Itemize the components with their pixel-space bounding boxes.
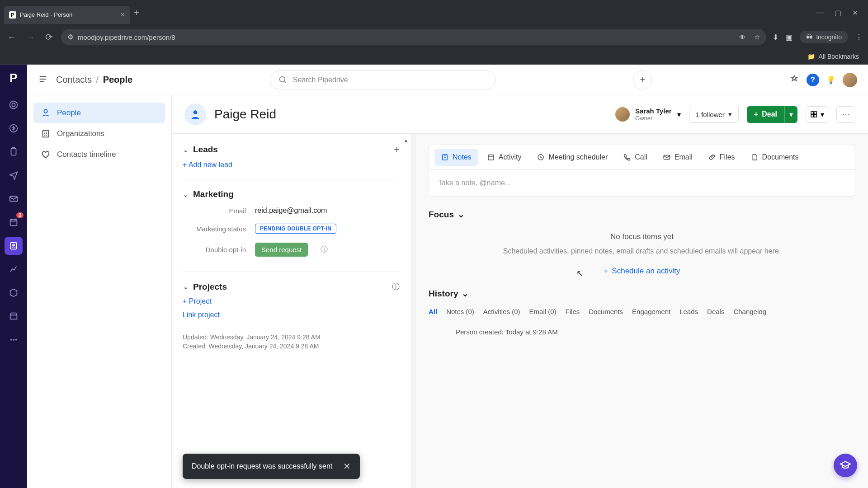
app-logo[interactable]: P bbox=[9, 71, 17, 85]
detail-panel: Paige Reid Sarah Tyler Owner ▾ 1 followe… bbox=[172, 95, 868, 488]
global-add-button[interactable]: + bbox=[633, 70, 652, 89]
forward-icon: → bbox=[24, 30, 37, 44]
schedule-activity-link[interactable]: + Schedule an activity bbox=[429, 267, 855, 276]
education-fab[interactable] bbox=[834, 454, 857, 477]
filter-activities[interactable]: Activities (0) bbox=[483, 308, 520, 315]
chevron-down-icon: ⌄ bbox=[462, 288, 469, 299]
nav-people[interactable]: People bbox=[33, 103, 165, 123]
breadcrumb-parent[interactable]: Contacts bbox=[56, 75, 92, 84]
svg-point-12 bbox=[44, 110, 47, 113]
focus-toggle[interactable]: Focus ⌄ bbox=[429, 209, 855, 220]
tab-meeting[interactable]: Meeting scheduler bbox=[530, 149, 614, 166]
close-window-icon[interactable]: ✕ bbox=[852, 9, 858, 17]
add-deal-button[interactable]: + Deal bbox=[747, 106, 785, 123]
filter-all[interactable]: All bbox=[429, 308, 437, 315]
tab-activity[interactable]: Activity bbox=[481, 149, 528, 166]
info-icon[interactable]: ⓘ bbox=[321, 245, 328, 254]
chevron-down-icon[interactable]: ⌄ bbox=[183, 282, 189, 291]
toast-message: Double opt-in request was successfully s… bbox=[192, 462, 332, 470]
note-input[interactable]: Take a note, @name... bbox=[429, 170, 855, 197]
add-lead-link[interactable]: + Add new lead bbox=[183, 161, 400, 169]
tab-notes[interactable]: Notes bbox=[434, 149, 478, 166]
tab-documents[interactable]: Documents bbox=[744, 149, 805, 166]
filter-deals[interactable]: Deals bbox=[707, 308, 724, 315]
more-apps-icon[interactable] bbox=[5, 331, 23, 349]
chevron-down-icon[interactable]: ⌄ bbox=[183, 190, 189, 199]
scroll-up-icon[interactable]: ▲ bbox=[403, 137, 409, 144]
new-tab-button[interactable]: + bbox=[130, 4, 143, 22]
all-bookmarks[interactable]: All Bookmarks bbox=[819, 53, 859, 60]
svg-point-1 bbox=[12, 103, 15, 106]
nav-organizations[interactable]: Organizations bbox=[33, 123, 165, 144]
minimize-icon[interactable]: — bbox=[816, 9, 824, 17]
deal-dropdown[interactable]: ▾ bbox=[785, 106, 797, 123]
campaign-icon[interactable] bbox=[5, 166, 23, 184]
person-avatar[interactable] bbox=[184, 103, 206, 125]
send-request-button[interactable]: Send request bbox=[255, 243, 308, 257]
plus-icon: + bbox=[604, 267, 608, 276]
svg-point-0 bbox=[10, 101, 18, 109]
menu-toggle-icon[interactable] bbox=[38, 74, 48, 86]
insights-icon[interactable] bbox=[5, 260, 23, 278]
download-icon[interactable]: ⬇ bbox=[773, 33, 778, 42]
marketplace-icon[interactable] bbox=[5, 307, 23, 325]
toast-close-icon[interactable]: ✕ bbox=[343, 461, 351, 472]
bookmark-star-icon[interactable]: ☆ bbox=[754, 33, 760, 41]
panel-icon[interactable]: ▣ bbox=[786, 33, 793, 42]
link-project-link[interactable]: Link project bbox=[183, 311, 400, 319]
lightbulb-icon[interactable]: 💡 bbox=[826, 75, 835, 84]
nav-timeline[interactable]: Contacts timeline bbox=[33, 144, 165, 165]
incognito-badge[interactable]: 🕶 Incognito bbox=[800, 31, 848, 43]
filter-notes[interactable]: Notes (0) bbox=[446, 308, 474, 315]
add-lead-icon[interactable]: + bbox=[394, 144, 400, 155]
clipboard-icon[interactable] bbox=[5, 143, 23, 161]
projects-section: ⌄ Projects ⓘ + Project Link project Upda… bbox=[183, 272, 400, 361]
history-toggle[interactable]: History ⌄ bbox=[429, 288, 855, 299]
apps-icon[interactable] bbox=[789, 74, 799, 86]
search-input[interactable]: Search Pipedrive bbox=[270, 70, 496, 89]
close-tab-icon[interactable]: × bbox=[121, 11, 125, 19]
contacts-icon[interactable] bbox=[5, 237, 23, 255]
filter-email[interactable]: Email (0) bbox=[529, 308, 557, 315]
more-actions-button[interactable]: ⋯ bbox=[836, 106, 855, 123]
incognito-label: Incognito bbox=[816, 33, 842, 41]
money-icon[interactable] bbox=[5, 119, 23, 137]
follower-button[interactable]: 1 follower ▾ bbox=[689, 106, 739, 123]
email-value[interactable]: reid.paige@gmail.com bbox=[255, 206, 327, 215]
view-layout-button[interactable]: ▾ bbox=[806, 106, 828, 123]
user-avatar[interactable] bbox=[843, 73, 857, 87]
tab-email[interactable]: Email bbox=[656, 149, 699, 166]
target-icon[interactable] bbox=[5, 96, 23, 114]
url-bar[interactable]: ⚙ moodjoy.pipedrive.com/person/8 👁 ☆ bbox=[61, 29, 766, 45]
optin-label: Double opt-in bbox=[183, 246, 246, 253]
filter-documents[interactable]: Documents bbox=[589, 308, 623, 315]
owner-selector[interactable]: Sarah Tyler Owner ▾ bbox=[615, 107, 681, 122]
browser-menu-icon[interactable]: ⋮ bbox=[855, 33, 863, 42]
chevron-down-icon: ⌄ bbox=[458, 209, 465, 220]
left-nav: People Organizations Contacts timeline bbox=[27, 95, 172, 488]
filter-changelog[interactable]: Changelog bbox=[733, 308, 766, 315]
browser-tab[interactable]: P Paige Reid - Person × bbox=[4, 6, 130, 24]
chevron-down-icon[interactable]: ⌄ bbox=[183, 145, 189, 154]
products-icon[interactable] bbox=[5, 284, 23, 302]
filter-leads[interactable]: Leads bbox=[679, 308, 698, 315]
filter-engagement[interactable]: Engagement bbox=[632, 308, 670, 315]
filter-files[interactable]: Files bbox=[566, 308, 580, 315]
chevron-down-icon: ▾ bbox=[728, 110, 732, 118]
app-container: P 2 Contacts / People Search Pipedrive + bbox=[0, 65, 868, 488]
add-project-link[interactable]: + Project bbox=[183, 297, 400, 305]
site-settings-icon[interactable]: ⚙ bbox=[67, 33, 73, 41]
tab-files[interactable]: Files bbox=[702, 149, 741, 166]
maximize-icon[interactable]: ▢ bbox=[835, 9, 841, 17]
reload-icon[interactable]: ⟳ bbox=[43, 30, 55, 44]
mail-icon[interactable] bbox=[5, 190, 23, 208]
projects-info-icon[interactable]: ⓘ bbox=[392, 282, 400, 292]
calendar-icon[interactable]: 2 bbox=[5, 213, 23, 231]
help-button[interactable]: ? bbox=[807, 74, 819, 86]
tab-call[interactable]: Call bbox=[617, 149, 654, 166]
mail-icon bbox=[663, 153, 671, 161]
back-icon[interactable]: ← bbox=[5, 30, 18, 44]
note-placeholder: Take a note, @name... bbox=[438, 179, 511, 187]
eye-off-icon[interactable]: 👁 bbox=[739, 33, 746, 41]
svg-rect-20 bbox=[488, 155, 494, 160]
